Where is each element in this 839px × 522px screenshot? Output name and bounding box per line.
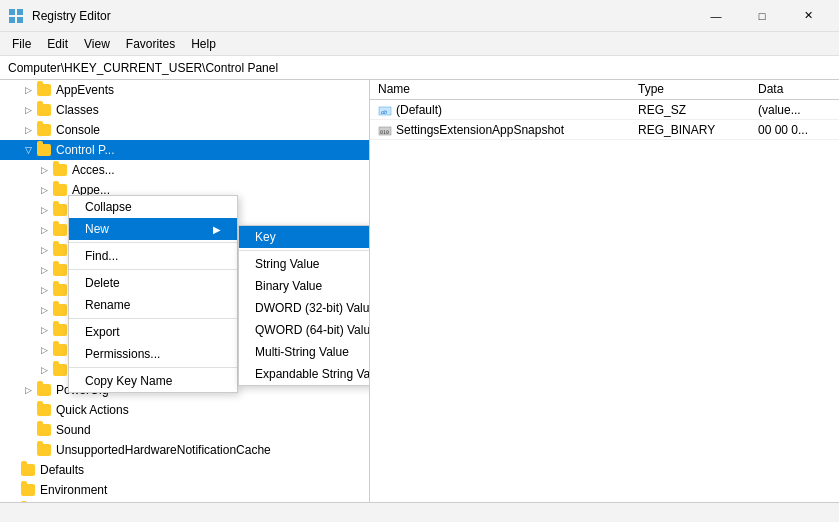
folder-icon	[52, 322, 68, 338]
tree-item-console[interactable]: ▷ Console	[0, 120, 369, 140]
ctx-rename[interactable]: Rename	[69, 294, 237, 316]
tree-arrow-none	[4, 462, 20, 478]
menu-favorites[interactable]: Favorites	[118, 32, 183, 55]
tree-arrow: ▷	[36, 282, 52, 298]
folder-icon	[52, 202, 68, 218]
close-button[interactable]: ✕	[785, 0, 831, 32]
tree-arrow: ▷	[20, 382, 36, 398]
tree-item-defaults[interactable]: Defaults	[0, 460, 369, 480]
maximize-button[interactable]: □	[739, 0, 785, 32]
table-row[interactable]: ab (Default) REG_SZ (value...	[370, 100, 839, 120]
svg-rect-3	[17, 17, 23, 23]
folder-icon	[52, 222, 68, 238]
cell-name-default: ab (Default)	[370, 101, 630, 119]
tree-label-appevents: AppEvents	[56, 83, 114, 97]
menu-bar: File Edit View Favorites Help	[0, 32, 839, 56]
folder-icon	[36, 82, 52, 98]
tree-item-eudc[interactable]: ▷ EUDC	[0, 500, 369, 502]
menu-edit[interactable]: Edit	[39, 32, 76, 55]
tree-label: UnsupportedHardwareNotificationCache	[56, 443, 271, 457]
tree-item-unsupported[interactable]: UnsupportedHardwareNotificationCache	[0, 440, 369, 460]
menu-file[interactable]: File	[4, 32, 39, 55]
tree-arrow: ▷	[36, 222, 52, 238]
folder-icon	[52, 262, 68, 278]
folder-icon	[36, 382, 52, 398]
submenu: Key String Value Binary Value DWORD (32-…	[238, 225, 370, 386]
submenu-key[interactable]: Key	[239, 226, 370, 248]
ctx-export[interactable]: Export	[69, 321, 237, 343]
tree-arrow-none	[20, 422, 36, 438]
cell-type-default: REG_SZ	[630, 101, 750, 119]
sub-sep1	[239, 250, 370, 251]
ctx-collapse[interactable]: Collapse	[69, 196, 237, 218]
tree-arrow: ▷	[20, 122, 36, 138]
tree-label-console: Console	[56, 123, 100, 137]
window-title: Registry Editor	[32, 9, 111, 23]
default-name: (Default)	[396, 103, 442, 117]
title-bar: Registry Editor — □ ✕	[0, 0, 839, 32]
tree-arrow: ▷	[36, 362, 52, 378]
menu-view[interactable]: View	[76, 32, 118, 55]
tree-arrow-none	[4, 482, 20, 498]
window-controls: — □ ✕	[693, 0, 831, 32]
tree-arrow: ▷	[36, 162, 52, 178]
tree-arrow: ▷	[36, 242, 52, 258]
tree-item-sound[interactable]: Sound	[0, 420, 369, 440]
col-header-data: Data	[750, 80, 839, 99]
ctx-find[interactable]: Find...	[69, 245, 237, 267]
tree-label: Sound	[56, 423, 91, 437]
tree-arrow-none	[20, 402, 36, 418]
ctx-new[interactable]: New ▶	[69, 218, 237, 240]
menu-help[interactable]: Help	[183, 32, 224, 55]
folder-icon	[20, 462, 36, 478]
folder-icon	[52, 302, 68, 318]
binary-value-icon: 010	[378, 123, 392, 137]
tree-label: Environment	[40, 483, 107, 497]
ctx-new-label: New	[85, 222, 109, 236]
folder-icon	[36, 142, 52, 158]
col-header-type: Type	[630, 80, 750, 99]
tree-label: Defaults	[40, 463, 84, 477]
tree-arrow: ▷	[20, 102, 36, 118]
folder-icon	[36, 102, 52, 118]
app-icon	[8, 8, 24, 24]
folder-icon	[52, 342, 68, 358]
ctx-sep1	[69, 242, 237, 243]
tree-label: Quick Actions	[56, 403, 129, 417]
tree-arrow: ▷	[36, 182, 52, 198]
submenu-expandable-value[interactable]: Expandable String Value	[239, 363, 370, 385]
minimize-button[interactable]: —	[693, 0, 739, 32]
address-bar: Computer\HKEY_CURRENT_USER\Control Panel	[0, 56, 839, 80]
context-menu: Collapse New ▶ Find... Delete Rename Exp…	[68, 195, 238, 393]
folder-icon	[52, 362, 68, 378]
right-panel-header: Name Type Data	[370, 80, 839, 100]
ctx-permissions[interactable]: Permissions...	[69, 343, 237, 365]
cell-name-settings: 010 SettingsExtensionAppSnapshot	[370, 121, 630, 139]
tree-label: Acces...	[72, 163, 115, 177]
tree-arrow-none	[20, 442, 36, 458]
ctx-delete[interactable]: Delete	[69, 272, 237, 294]
submenu-dword-value[interactable]: DWORD (32-bit) Value	[239, 297, 370, 319]
col-header-name: Name	[370, 80, 630, 99]
ctx-copykey[interactable]: Copy Key Name	[69, 370, 237, 392]
status-bar	[0, 502, 839, 522]
submenu-qword-value[interactable]: QWORD (64-bit) Value	[239, 319, 370, 341]
tree-item-accessibility[interactable]: ▷ Acces...	[0, 160, 369, 180]
tree-arrow: ▷	[20, 82, 36, 98]
submenu-string-value[interactable]: String Value	[239, 253, 370, 275]
tree-item-quickactions[interactable]: Quick Actions	[0, 400, 369, 420]
submenu-binary-value[interactable]: Binary Value	[239, 275, 370, 297]
tree-item-classes[interactable]: ▷ Classes	[0, 100, 369, 120]
tree-arrow: ▷	[36, 322, 52, 338]
tree-item-environment[interactable]: Environment	[0, 480, 369, 500]
address-path: Computer\HKEY_CURRENT_USER\Control Panel	[8, 61, 278, 75]
cell-data-settings: 00 00 0...	[750, 121, 839, 139]
tree-item-appevents[interactable]: ▷ AppEvents	[0, 80, 369, 100]
folder-icon	[52, 182, 68, 198]
tree-label-classes: Classes	[56, 103, 99, 117]
tree-item-controlpanel[interactable]: ▽ Control P...	[0, 140, 369, 160]
submenu-multistring-value[interactable]: Multi-String Value	[239, 341, 370, 363]
cell-data-default: (value...	[750, 101, 839, 119]
table-row[interactable]: 010 SettingsExtensionAppSnapshot REG_BIN…	[370, 120, 839, 140]
folder-icon	[36, 122, 52, 138]
